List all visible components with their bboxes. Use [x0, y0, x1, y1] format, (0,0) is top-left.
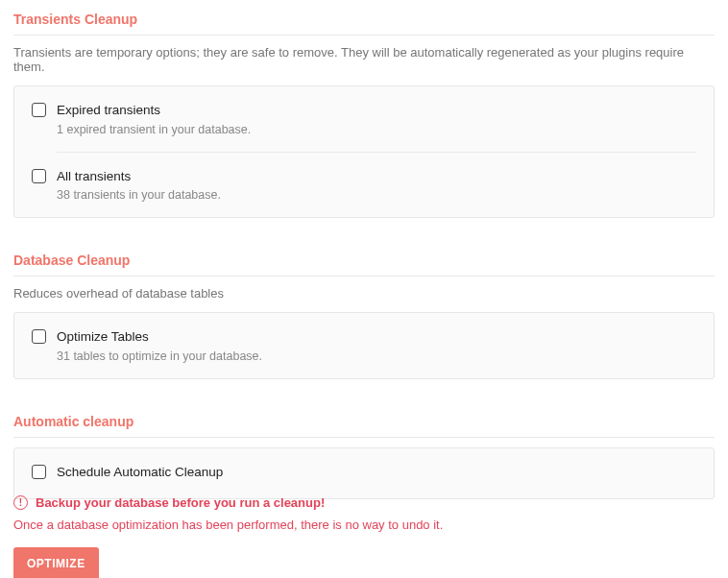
- sub-expired-transients: 1 expired transient in your database.: [57, 123, 696, 136]
- panel-transients: Expired transients 1 expired transient i…: [13, 85, 715, 218]
- alert-row: ! Backup your database before you run a …: [13, 495, 715, 510]
- label-optimize-tables: Optimize Tables: [57, 328, 696, 346]
- checkbox-optimize-tables[interactable]: [32, 329, 46, 344]
- optimize-button[interactable]: OPTIMIZE: [13, 547, 99, 578]
- sub-optimize-tables: 31 tables to optimize in your database.: [57, 349, 696, 363]
- warning-icon: !: [13, 495, 28, 510]
- section-title-transients: Transients Cleanup: [13, 12, 715, 36]
- section-title-automatic: Automatic cleanup: [13, 414, 715, 438]
- row-expired-transients: Expired transients 1 expired transient i…: [32, 86, 696, 152]
- panel-database: Optimize Tables 31 tables to optimize in…: [13, 312, 715, 379]
- checkbox-expired-transients[interactable]: [32, 103, 46, 117]
- label-expired-transients: Expired transients: [57, 102, 696, 119]
- row-optimize-tables: Optimize Tables 31 tables to optimize in…: [32, 313, 696, 378]
- label-all-transients: All transients: [57, 168, 696, 185]
- alert-heading: Backup your database before you run a cl…: [36, 495, 325, 510]
- section-desc-transients: Transients are temporary options; they a…: [13, 45, 715, 74]
- checkbox-schedule-cleanup[interactable]: [32, 465, 46, 479]
- section-title-database: Database Cleanup: [13, 253, 715, 277]
- panel-automatic: Schedule Automatic Cleanup: [13, 447, 715, 499]
- sub-all-transients: 38 transients in your database.: [57, 188, 696, 202]
- alert-sub: Once a database optimization has been pe…: [13, 518, 715, 532]
- checkbox-all-transients[interactable]: [32, 169, 46, 183]
- label-schedule-cleanup: Schedule Automatic Cleanup: [57, 464, 696, 481]
- row-all-transients: All transients 38 transients in your dat…: [57, 152, 696, 218]
- row-schedule-cleanup: Schedule Automatic Cleanup: [32, 448, 696, 498]
- section-desc-database: Reduces overhead of database tables: [13, 286, 715, 301]
